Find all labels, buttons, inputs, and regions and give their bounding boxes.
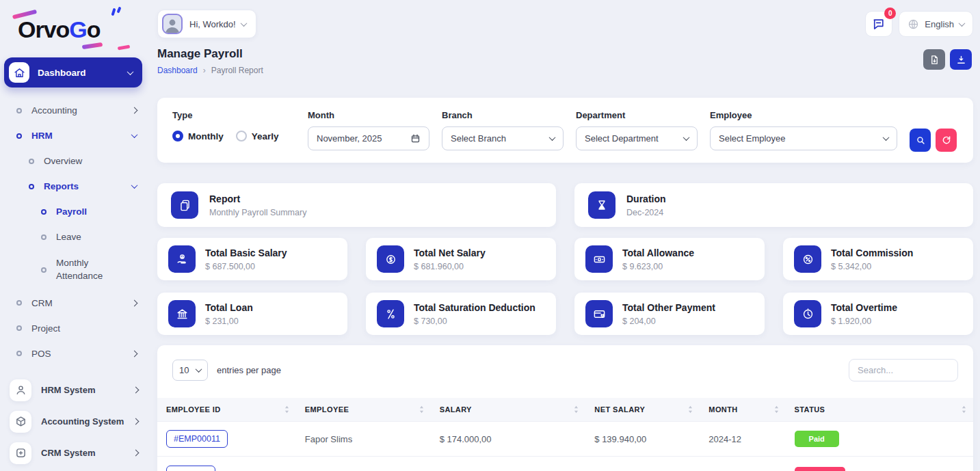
stat-total-commission: Total Commission $ 5.342,00	[783, 238, 973, 280]
sort-icon[interactable]	[960, 405, 968, 414]
breadcrumb-current: Payroll Report	[211, 66, 263, 75]
department-select[interactable]: Select Department	[576, 126, 698, 150]
report-card: Report Monthly Payroll Summary	[157, 183, 556, 227]
chevron-down-icon	[549, 134, 556, 141]
sidebar-item-reports[interactable]: Reports	[0, 174, 152, 199]
employee-value: Select Employee	[719, 133, 878, 144]
brand-text-accent: G	[69, 16, 86, 42]
sort-icon[interactable]	[572, 405, 580, 414]
export-actions	[923, 49, 972, 70]
sidebar-item-hrm-system[interactable]: HRM System	[0, 375, 152, 406]
sidebar-item-payroll[interactable]: Payroll	[0, 199, 152, 224]
status-badge: Paid	[795, 431, 839, 447]
stat-value: $ 204,00	[622, 317, 715, 326]
duration-card-text: Duration Dec-2024	[626, 193, 666, 217]
employee-id-badge[interactable]: #EMP00011	[166, 430, 228, 448]
month-input[interactable]: November, 2025	[308, 126, 429, 150]
column-header-net-salary[interactable]: NET SALARY	[585, 398, 700, 422]
filter-employee: Employee Select Employee	[710, 110, 897, 150]
stat-value: $ 730,00	[414, 317, 535, 326]
branch-select[interactable]: Select Branch	[442, 126, 564, 150]
report-card-text: Report Monthly Payroll Summary	[209, 193, 306, 217]
language-selector[interactable]: English	[899, 11, 973, 37]
download-button[interactable]	[950, 49, 972, 70]
card-title: Report	[209, 193, 306, 205]
sidebar-item-overview[interactable]: Overview	[0, 148, 152, 174]
cell-salary	[431, 457, 586, 471]
apply-filter-button[interactable]	[910, 129, 931, 152]
chevron-right-icon	[131, 299, 138, 306]
sidebar-item-crm[interactable]: CRM	[0, 291, 152, 316]
column-label: EMPLOYEE	[305, 405, 349, 414]
filter-buttons	[910, 129, 957, 150]
sidebar-item-accounting[interactable]: Accounting	[0, 98, 152, 123]
file-icon	[929, 55, 940, 65]
cell-employee	[296, 457, 431, 471]
brand-logo[interactable]: OrvoGo	[18, 10, 134, 49]
column-header-salary[interactable]: SALARY	[431, 398, 586, 422]
sidebar-item-crm-system[interactable]: CRM System	[0, 438, 152, 469]
radio-yearly[interactable]: Yearly	[236, 131, 279, 142]
table-row-partial	[157, 457, 973, 471]
chevron-right-icon	[131, 350, 138, 357]
entries-per-page-select[interactable]: 10	[172, 360, 208, 381]
table-search-input[interactable]	[849, 359, 958, 381]
cell-status	[786, 457, 973, 471]
cell-employee: Fapor Slims	[296, 422, 431, 457]
sort-icon[interactable]	[687, 405, 694, 414]
stat-title: Total Other Payment	[622, 301, 715, 314]
column-header-month[interactable]: MONTH	[700, 398, 785, 422]
column-header-status[interactable]: STATUS	[786, 398, 973, 422]
messages-button[interactable]: 0	[865, 11, 892, 37]
sidebar-item-label: Accounting	[31, 105, 77, 116]
sort-icon[interactable]	[773, 405, 780, 414]
export-file-button[interactable]	[923, 49, 945, 70]
sidebar-item-label: Dashboard	[38, 68, 86, 78]
banknote-icon	[585, 245, 613, 273]
column-header-employee-id[interactable]: EMPLOYEE ID	[157, 398, 296, 422]
sidebar-item-label: Accounting System	[41, 416, 124, 427]
stat-cards: Total Basic Salary $ 687.500,00 Total Ne…	[157, 238, 973, 335]
column-header-employee[interactable]: EMPLOYEE	[296, 398, 431, 422]
header-actions: 0 English	[865, 11, 973, 37]
chevron-right-icon	[133, 450, 140, 457]
sidebar-item-project[interactable]: Project	[0, 316, 152, 341]
sidebar-item-label: HRM System	[41, 385, 95, 395]
stat-title: Total Saturation Deduction	[414, 301, 535, 314]
sidebar-item-label: POS	[31, 349, 51, 359]
sidebar-item-pos[interactable]: POS	[0, 341, 152, 366]
sidebar-item-accounting-system[interactable]: Accounting System	[0, 406, 152, 438]
filter-label: Employee	[710, 110, 897, 120]
sort-icon[interactable]	[283, 405, 291, 414]
search-icon	[916, 135, 925, 145]
breadcrumb-link-dashboard[interactable]: Dashboard	[157, 66, 198, 75]
sidebar-item-dashboard[interactable]: Dashboard	[4, 57, 142, 88]
avatar	[162, 14, 183, 34]
bullet-icon	[29, 184, 34, 189]
filter-label: Month	[308, 110, 429, 120]
sidebar-item-label: Project	[31, 323, 60, 334]
sidebar-item-monthly-attendance[interactable]: Monthly Attendance	[0, 250, 152, 291]
chevron-down-icon	[883, 134, 890, 141]
column-label: STATUS	[795, 405, 825, 414]
employee-select[interactable]: Select Employee	[710, 126, 897, 150]
sidebar-item-label: Reports	[44, 181, 79, 191]
radio-monthly[interactable]: Monthly	[172, 131, 224, 142]
sort-icon[interactable]	[418, 405, 425, 414]
sidebar-item-leave[interactable]: Leave	[0, 224, 152, 250]
cell-net-salary	[585, 457, 700, 471]
employee-id-badge[interactable]	[166, 466, 215, 471]
percent-badge-icon	[794, 245, 821, 273]
sidebar-item-label: Monthly Attendance	[56, 257, 124, 283]
chevron-right-icon	[133, 418, 140, 425]
filter-label: Type	[172, 110, 295, 120]
overtime-clock-icon	[794, 300, 821, 327]
user-menu-button[interactable]: Hi, Workdo!	[157, 10, 256, 38]
filter-label: Department	[576, 110, 698, 120]
reset-filter-button[interactable]	[936, 129, 957, 152]
sidebar-item-hrm[interactable]: HRM	[0, 123, 152, 148]
cell-month: 2024-12	[700, 422, 785, 457]
sidebar-item-label: CRM	[31, 298, 53, 308]
sidebar-item-label: HRM	[31, 131, 53, 141]
bullet-icon	[16, 300, 22, 306]
